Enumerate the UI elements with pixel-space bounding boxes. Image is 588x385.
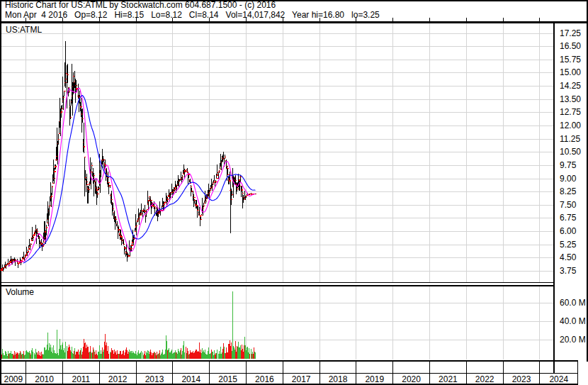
price-axis-label: 9.00 — [560, 174, 576, 184]
price-axis-label: 15.75 — [560, 55, 581, 65]
year-label: 2024 — [540, 374, 578, 384]
price-axis-label: 4.50 — [560, 253, 576, 262]
header-title: Historic Chart for US:ATML by Stockwatch… — [5, 1, 276, 10]
price-axis-label: 3.75 — [560, 267, 576, 276]
price-axis-label: 6.00 — [560, 227, 576, 236]
price-axis-label: 5.25 — [560, 240, 576, 250]
volume-axis-label: 40.0 M — [560, 317, 586, 326]
price-axis-label: 10.50 — [560, 147, 581, 157]
year-label: 2017 — [283, 374, 320, 384]
price-axis-label: 9.75 — [560, 161, 576, 170]
price-axis-label: 12.00 — [560, 121, 581, 130]
year-label: 2016 — [247, 374, 283, 384]
year-label: 2009 — [1, 374, 26, 384]
price-axis-label: 12.75 — [560, 108, 581, 117]
stockwatch-historic-chart: { "header": { "line1": "Historic Chart f… — [0, 0, 588, 385]
price-axis-label: 16.50 — [560, 42, 581, 51]
price-axis-label: 11.25 — [560, 135, 580, 144]
year-label: 2014 — [173, 374, 210, 384]
chart-canvas — [0, 0, 588, 385]
year-label: 2010 — [26, 374, 63, 384]
year-label: 2022 — [466, 374, 503, 384]
year-label: 2015 — [210, 374, 247, 384]
year-label: 2019 — [356, 374, 393, 384]
year-label: 2012 — [99, 374, 136, 384]
price-axis-label: 7.50 — [560, 201, 576, 210]
year-label: 2023 — [503, 374, 540, 384]
volume-axis-label: 60.0 M — [560, 298, 586, 308]
price-axis-label: 14.25 — [560, 82, 581, 91]
price-axis-label: 8.25 — [560, 187, 576, 196]
price-axis-label: 6.75 — [560, 213, 576, 223]
year-label: 2020 — [393, 374, 430, 384]
volume-axis-label: 20.0 M — [560, 335, 586, 345]
year-label: 2021 — [430, 374, 467, 384]
price-axis-label: 17.25 — [560, 29, 581, 38]
price-axis-label: 15.00 — [560, 68, 581, 77]
year-label: 2013 — [136, 374, 173, 384]
year-label: 2011 — [63, 374, 100, 384]
symbol-label: US:ATML — [6, 26, 42, 35]
year-label: 2018 — [320, 374, 356, 384]
volume-pane-label: Volume — [6, 288, 34, 297]
price-axis-label: 13.50 — [560, 95, 581, 104]
header-quote-line: Mon Apr 4 2016 Op=8.12 Hi=8.15 Lo=8.12 C… — [5, 11, 380, 20]
